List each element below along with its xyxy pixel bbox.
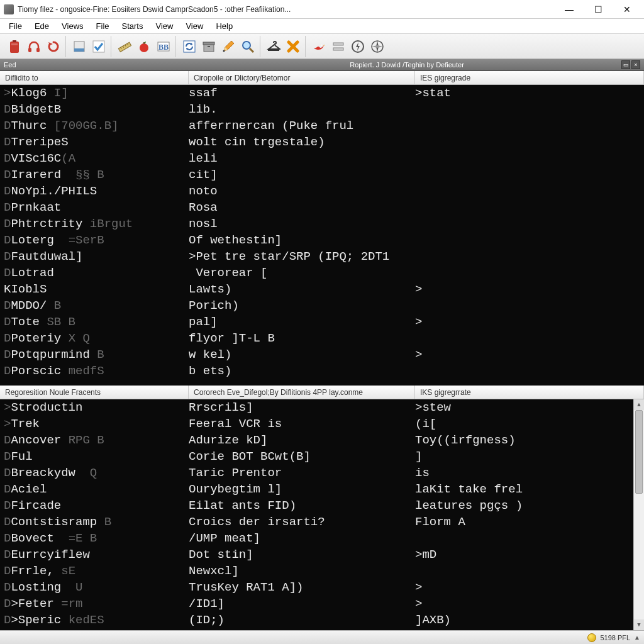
table-row[interactable]: DTreripeSwolt cin trgestale) (0, 134, 644, 150)
table-row[interactable]: DAncover RPG BAdurize kD]Toy((irfgness) (0, 432, 644, 448)
ruler-icon[interactable] (115, 37, 134, 56)
status-triangle-icon: ▲ (634, 634, 640, 641)
hanger-icon[interactable] (264, 37, 283, 56)
svg-rect-0 (10, 42, 19, 53)
table-row[interactable]: >StroductinRrscrils]>stew (0, 399, 644, 416)
archive-icon[interactable] (199, 37, 218, 56)
table-row[interactable]: DContstisramp BCroics der irsarti?Florm … (0, 514, 644, 530)
top-col1-header[interactable]: Diflidito to (0, 71, 189, 84)
table-row[interactable]: DFircadeEilat ants FID)leatures pgçs ) (0, 497, 644, 514)
bottom-scrollbar[interactable]: ▲ ▼ (633, 399, 644, 630)
svg-rect-26 (333, 43, 343, 45)
table-row[interactable]: DMDDO/ BPorich) (0, 297, 644, 314)
menu-ede[interactable]: Ede (28, 19, 55, 33)
sync-icon[interactable] (180, 37, 199, 56)
bars-icon[interactable] (329, 37, 348, 56)
table-row[interactable]: D>Speric kedES(ID;)]AXB) (0, 612, 644, 628)
layers-icon[interactable] (70, 37, 89, 56)
minimize-button[interactable]: — (555, 0, 584, 19)
check-icon[interactable] (89, 37, 108, 56)
svg-point-13 (140, 43, 148, 52)
headphones-icon[interactable] (25, 37, 43, 56)
menu-view2[interactable]: View (179, 19, 209, 33)
table-row[interactable]: DBreackydw QTaric Prentoris (0, 465, 644, 481)
bb-icon[interactable]: BB (154, 37, 173, 56)
table-row[interactable]: DIrarerd §§ Bcit] (0, 167, 644, 183)
bottom-terminal[interactable]: >StroductinRrscrils]>stew>TrekFeeral VCR… (0, 399, 644, 630)
svg-point-25 (321, 45, 322, 46)
close-button[interactable]: ✕ (613, 0, 641, 19)
bird-icon[interactable] (309, 37, 328, 56)
pencil-icon[interactable] (219, 37, 238, 56)
menu-views[interactable]: Views (55, 19, 89, 33)
table-row[interactable]: >TrekFeeral VCR is(i[ (0, 416, 644, 432)
svg-rect-8 (118, 42, 131, 52)
svg-rect-20 (208, 46, 210, 47)
table-row[interactable]: DFautduwal]>Pet tre star/SRP (IPQ; 2DT1 (0, 248, 644, 265)
table-row[interactable]: DPhtrctrity iBrgutnosl (0, 216, 644, 232)
scroll-thumb[interactable] (635, 410, 643, 494)
table-row[interactable]: >Klog6 I]ssaf>stat (0, 85, 644, 101)
menu-help[interactable]: Help (209, 19, 239, 33)
top-col3-header[interactable]: IES gigregrade (415, 71, 644, 84)
scroll-up-icon[interactable]: ▲ (634, 399, 644, 410)
table-row[interactable]: DLosting UTrusKey RAT1 A])> (0, 579, 644, 596)
history-titlebar: Eed Ropiert. J Dowid /Teghin by Defieute… (0, 59, 644, 71)
x-icon[interactable] (284, 37, 303, 56)
svg-rect-24 (268, 49, 279, 51)
svg-rect-2 (11, 43, 18, 45)
svg-rect-1 (13, 40, 16, 42)
svg-rect-17 (184, 41, 195, 52)
table-row[interactable]: DAcielOurybegtim l]laKit take frel (0, 481, 644, 497)
menu-view[interactable]: View (149, 19, 179, 33)
titlebar: Tiomy filez - ongosice-Fine: Eosiiters D… (0, 0, 644, 19)
bot-col2-header[interactable]: Cororech Eve_Difegol;By Diflitionis 4PP … (189, 386, 415, 399)
svg-rect-4 (36, 48, 40, 52)
table-row[interactable]: DPrnkaatRosa (0, 199, 644, 216)
magnifier-icon[interactable] (238, 37, 257, 56)
table-row[interactable]: DVISc16C(Aleli (0, 150, 644, 167)
table-row[interactable]: DEurrcyiflewDot stin]>mD (0, 547, 644, 563)
table-row[interactable]: DFulCorie BOT BCwt(B]] (0, 448, 644, 465)
svg-point-21 (223, 50, 225, 52)
bolt-circle-icon[interactable] (348, 37, 367, 56)
bot-col3-header[interactable]: IKS gigregrrate (415, 386, 644, 399)
bot-col1-header[interactable]: Regoresition Noule Fracents (0, 386, 189, 399)
maximize-button[interactable]: ☐ (584, 0, 613, 19)
top-col2-header[interactable]: Ciropoile or Dlictory/Betomor (189, 71, 415, 84)
top-terminal[interactable]: >Klog6 I]ssaf>statDBidgetBlib.DThurc [70… (0, 85, 644, 386)
svg-rect-27 (333, 48, 343, 50)
history-title-left: Eed (4, 61, 192, 69)
table-row[interactable]: DTote SB Bpal]> (0, 314, 644, 330)
menu-file[interactable]: File (3, 19, 28, 33)
table-row[interactable]: DPotqpurmind Bw kel)> (0, 347, 644, 363)
table-row[interactable]: DPorscic medfSb ets) (0, 363, 644, 379)
table-row[interactable]: D>0.1D A GCLI]DEI (0, 628, 644, 630)
table-row[interactable]: DBovect =E B/UMP meat] (0, 530, 644, 547)
table-row[interactable]: DThurc [700GG.B]afferrnercan (Puke frul (0, 118, 644, 134)
panel-pin-icon[interactable]: ▭ (621, 60, 630, 69)
statusbar: 5198 PFL ▲ (0, 630, 644, 644)
scroll-down-icon[interactable]: ▼ (634, 619, 644, 630)
refresh-icon[interactable] (44, 37, 63, 56)
apple-icon[interactable] (135, 37, 153, 56)
svg-rect-6 (74, 48, 84, 52)
svg-rect-3 (28, 48, 31, 52)
table-row[interactable]: DBidgetBlib. (0, 101, 644, 118)
toolbar: BB (0, 34, 644, 59)
table-row[interactable]: DFrrle, sENewxcl] (0, 563, 644, 579)
table-row[interactable]: DNoYpi./PHILSnoto (0, 183, 644, 199)
coin-icon (587, 633, 596, 642)
table-row[interactable]: KIoblSLawts)> (0, 281, 644, 297)
panel-close-icon[interactable]: × (631, 60, 640, 69)
menu-file2[interactable]: File (90, 19, 116, 33)
svg-rect-7 (93, 41, 104, 52)
svg-text:BB: BB (158, 43, 169, 52)
battery-icon[interactable] (5, 37, 24, 56)
compass-icon[interactable] (368, 37, 387, 56)
menu-starts[interactable]: Starts (116, 19, 150, 33)
table-row[interactable]: D>Feter =rm/ID1]> (0, 596, 644, 612)
table-row[interactable]: DPoteriy X Qflyor ]T-L B (0, 330, 644, 347)
table-row[interactable]: DLoterg =SerBOf wethestin] (0, 232, 644, 248)
table-row[interactable]: DLotrad Verorear [ (0, 265, 644, 281)
